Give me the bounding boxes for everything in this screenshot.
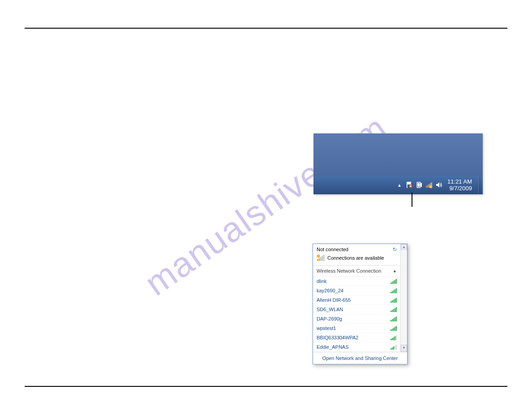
top-rule — [25, 28, 507, 29]
clock-time: 11:21 AM — [447, 178, 472, 185]
signal-strength-icon — [390, 278, 397, 284]
wireless-networks-popup: Not connected ↻ Connections are availabl… — [313, 244, 408, 364]
svg-rect-14 — [323, 255, 325, 261]
signal-strength-icon — [390, 325, 397, 331]
wifi-network-item[interactable]: SD6_WLAN — [313, 305, 400, 314]
svg-rect-3 — [418, 183, 420, 187]
power-icon[interactable] — [415, 181, 423, 189]
callout-line — [412, 193, 412, 207]
wifi-available-row: Connections are available — [313, 253, 400, 265]
wifi-network-list: dlinkkay2690_24AllenH DIR-655SD6_WLANDAP… — [313, 277, 400, 352]
svg-rect-13 — [322, 256, 323, 261]
scroll-down-button[interactable]: ▾ — [401, 345, 407, 352]
wifi-network-item[interactable]: AllenH DIR-655 — [313, 295, 400, 305]
scroll-track[interactable] — [401, 250, 407, 346]
svg-rect-12 — [320, 257, 322, 261]
wifi-section-header[interactable]: Wireless Network Connection ▲ — [313, 265, 400, 277]
svg-point-15 — [317, 255, 320, 258]
signal-strength-icon — [390, 316, 397, 321]
show-hidden-icons-button[interactable]: ▲ — [395, 181, 403, 189]
wifi-available-icon — [317, 254, 325, 261]
signal-strength-icon — [390, 344, 397, 350]
wifi-network-name: SD6_WLAN — [317, 307, 343, 312]
wifi-network-item[interactable]: wpstest1 — [313, 324, 400, 333]
wifi-network-item[interactable]: DAP-2690g — [313, 314, 400, 324]
wifi-network-item[interactable]: Eddie_APNAS — [313, 342, 400, 352]
system-clock[interactable]: 11:21 AM 9/7/2009 — [445, 178, 475, 192]
popup-scrollbar[interactable]: ▴ ▾ — [400, 244, 407, 352]
wifi-network-name: AllenH DIR-655 — [317, 297, 351, 303]
wifi-network-name: kay2690_24 — [317, 288, 343, 293]
open-network-center-link[interactable]: Open Network and Sharing Center — [313, 352, 407, 364]
signal-strength-icon — [390, 335, 397, 340]
wifi-network-name: wpstest1 — [317, 325, 336, 331]
action-center-flag-icon[interactable] — [405, 181, 413, 189]
bottom-rule — [25, 386, 507, 387]
svg-rect-4 — [426, 186, 427, 188]
network-wireless-icon[interactable] — [425, 181, 433, 189]
wifi-network-name: dlink — [317, 278, 327, 284]
volume-icon[interactable] — [435, 181, 443, 189]
signal-strength-icon — [390, 288, 397, 293]
wifi-available-text: Connections are available — [327, 255, 384, 261]
wifi-network-item[interactable]: BBIQ633304WPA2 — [313, 333, 400, 342]
svg-rect-5 — [427, 185, 428, 188]
wifi-network-name: Eddie_APNAS — [317, 344, 349, 350]
svg-rect-10 — [317, 259, 318, 261]
wifi-network-item[interactable]: kay2690_24 — [313, 286, 400, 295]
signal-strength-icon — [390, 297, 397, 303]
wifi-section-title: Wireless Network Connection — [317, 268, 381, 274]
taskbar: ▲ — [313, 175, 483, 194]
refresh-icon[interactable]: ↻ — [393, 247, 397, 253]
wifi-status-text: Not connected — [317, 247, 348, 252]
chevron-up-icon: ▲ — [393, 269, 397, 273]
taskbar-screenshot: ▲ — [313, 133, 483, 194]
wifi-status-header: Not connected ↻ — [313, 244, 400, 253]
wifi-network-name: DAP-2690g — [317, 316, 342, 321]
wifi-network-name: BBIQ633304WPA2 — [317, 335, 358, 340]
svg-rect-11 — [319, 258, 320, 261]
clock-date: 9/7/2009 — [447, 185, 472, 192]
svg-rect-0 — [407, 182, 408, 188]
signal-strength-icon — [390, 307, 397, 312]
wifi-network-item[interactable]: dlink — [313, 277, 400, 286]
show-desktop-button[interactable] — [478, 176, 480, 194]
